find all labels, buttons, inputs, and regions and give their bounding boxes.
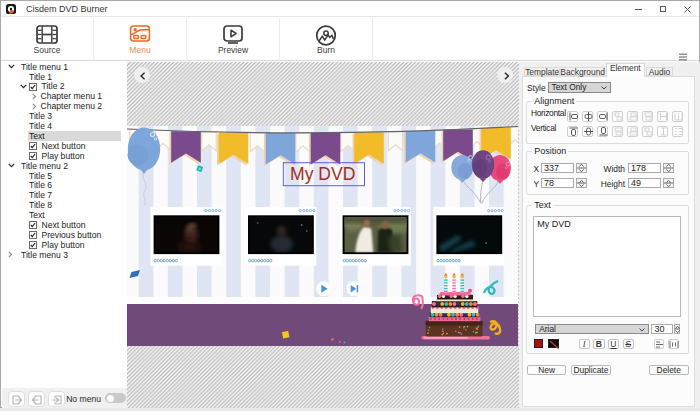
svg-text:My DVD: My DVD (290, 164, 356, 184)
